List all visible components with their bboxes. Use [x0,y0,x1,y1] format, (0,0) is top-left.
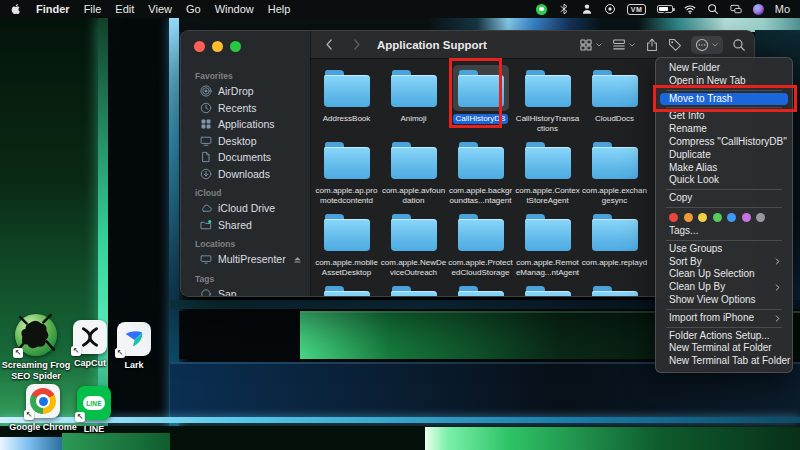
desktop-shortcut-line[interactable]: LINE↖LINE [62,386,126,435]
folder-com-apple-mobileassetdesktop[interactable]: com.apple.mobileAssetDesktop [313,209,380,281]
folder-clouddocs[interactable]: CloudDocs [581,65,648,137]
menu-item-use-groups[interactable]: Use Groups [660,243,788,256]
eject-icon[interactable] [292,254,303,265]
folder-label: com.apple.NewDeviceOutreach [381,258,447,277]
bluetooth-icon[interactable] [558,3,570,15]
tag-color-dot[interactable] [713,213,722,222]
zoom-button[interactable] [230,41,241,52]
folder-com-apple-contextstoreagent[interactable]: com.apple.ContextStoreAgent [514,137,581,209]
screen-record-icon[interactable] [604,3,616,15]
menu-item-make-alias[interactable]: Make Alias [660,162,788,175]
search-icon[interactable] [707,3,719,15]
tag-color-dot[interactable] [727,213,736,222]
sidebar-item-desktop[interactable]: Desktop [186,133,305,150]
vm-badge[interactable]: VM [627,4,646,15]
sidebar-item-downloads[interactable]: Downloads [186,166,305,183]
menu-item-folder-actions-setup[interactable]: Folder Actions Setup... [660,330,788,343]
tag-color-dot[interactable] [684,213,693,222]
menubar-item-help[interactable]: Help [268,3,291,15]
menu-item-new-folder[interactable]: New Folder [660,62,788,75]
tag-color-dot[interactable] [669,213,678,222]
menu-item-duplicate[interactable]: Duplicate [660,149,788,162]
more-actions-button[interactable] [691,36,723,54]
folder-partial[interactable] [313,281,380,296]
folder-callhistorytransactions[interactable]: CallHistoryTransactions [514,65,581,137]
menu-item-get-info[interactable]: Get Info [660,110,788,123]
menu-item-show-view-options[interactable]: Show View Options [660,294,788,307]
sidebar-item-recents[interactable]: Recents [186,100,305,117]
menubar-item-finder[interactable]: Finder [36,3,70,15]
folder-label: Animoji [400,114,426,124]
desktop-shortcut-lark[interactable]: ↖Lark [102,322,166,371]
tag-color-dot[interactable] [756,213,765,222]
menu-item-open-in-new-tab[interactable]: Open in New Tab [660,75,788,88]
siri-icon[interactable] [753,4,764,15]
folder-glyph [391,147,437,179]
sidebar-item-airdrop[interactable]: AirDrop [186,83,305,100]
folder-animoji[interactable]: Animoji [380,65,447,137]
sidebar-item-icloud-drive[interactable]: iCloud Drive [186,200,305,217]
folder-com-apple-exchangesync[interactable]: com.apple.exchangesync [581,137,648,209]
sidebar-item-documents[interactable]: Documents [186,149,305,166]
group-by-button[interactable] [612,38,636,52]
menu-item-copy[interactable]: Copy [660,192,788,205]
sidebar-item-shared[interactable]: Shared [186,217,305,234]
menubar-item-window[interactable]: Window [215,3,254,15]
menu-item-rename[interactable]: Rename [660,123,788,136]
folder-partial[interactable] [380,281,447,296]
icon-view-button[interactable] [579,38,603,52]
folder-com-apple-remotemanag-ntagent[interactable]: com.apple.RemoteManag...ntAgent [514,209,581,281]
close-button[interactable] [194,41,205,52]
menu-item-new-terminal-at-folder[interactable]: New Terminal at Folder [660,342,788,355]
apps-grid-icon [200,118,212,130]
tag-color-dot[interactable] [698,213,707,222]
minimize-button[interactable] [212,41,223,52]
menu-item-move-to-trash[interactable]: Move to Trash [660,93,788,106]
tag-color-dot[interactable] [742,213,751,222]
folder-com-apple-newdeviceoutreach[interactable]: com.apple.NewDeviceOutreach [380,209,447,281]
menubar-item-view[interactable]: View [148,3,172,15]
search-button[interactable] [732,38,746,52]
menu-item-compress-callhistorydb[interactable]: Compress "CallHistoryDB" [660,136,788,149]
folder-label: com.apple.exchangesync [582,186,648,205]
tags-button[interactable] [668,38,682,52]
submenu-arrow-icon [773,257,782,266]
menubar-item-file[interactable]: File [84,3,102,15]
menu-item-clean-up-by[interactable]: Clean Up By [660,281,788,294]
folder-com-apple-ap-promotedcontentd[interactable]: com.apple.ap.promotedcontentd [313,137,380,209]
line-app-icon[interactable] [536,4,547,15]
menu-separator [666,207,782,208]
share-button[interactable] [645,38,659,52]
folder-icon [587,209,643,255]
battery-icon[interactable] [657,5,673,13]
back-button[interactable] [323,38,336,51]
forward-button[interactable] [350,38,363,51]
folder-icon [520,281,576,296]
folder-partial[interactable] [447,281,514,296]
folder-com-apple-replayd[interactable]: com.apple.replayd [581,209,648,281]
screen-mirroring-icon[interactable] [730,3,742,15]
apple-menu-icon[interactable] [10,3,22,15]
sidebar-item-applications[interactable]: Applications [186,116,305,133]
menu-item-tags[interactable]: Tags... [660,225,788,238]
menubar-item-edit[interactable]: Edit [115,3,134,15]
user-icon[interactable] [581,3,593,15]
folder-com-apple-protectedcloudstorage[interactable]: com.apple.ProtectedCloudStorage [447,209,514,281]
sidebar-item-multipresenter[interactable]: MultiPresenter [186,251,305,268]
menu-item-new-terminal-tab-at-folder[interactable]: New Terminal Tab at Folder [660,355,788,368]
folder-callhistorydb[interactable]: CallHistoryDB [447,65,514,137]
menu-item-sort-by[interactable]: Sort By [660,256,788,269]
folder-com-apple-backgroundtas-ntagent[interactable]: com.apple.backgroundtas...ntagent [447,137,514,209]
shared-folder-icon [200,219,212,231]
folder-addressbook[interactable]: AddressBook [313,65,380,137]
menubar-item-go[interactable]: Go [186,3,201,15]
menu-item-quick-look[interactable]: Quick Look [660,174,788,187]
sidebar-item-san[interactable]: San [186,286,305,298]
menubar-clock[interactable]: Mo [775,3,790,15]
folder-partial[interactable] [581,281,648,296]
menu-item-clean-up-selection[interactable]: Clean Up Selection [660,268,788,281]
folder-com-apple-avfoundation[interactable]: com.apple.avfoundation [380,137,447,209]
wifi-icon[interactable] [684,3,696,15]
folder-partial[interactable] [514,281,581,296]
menu-item-import-from-iphone[interactable]: Import from iPhone [660,312,788,325]
